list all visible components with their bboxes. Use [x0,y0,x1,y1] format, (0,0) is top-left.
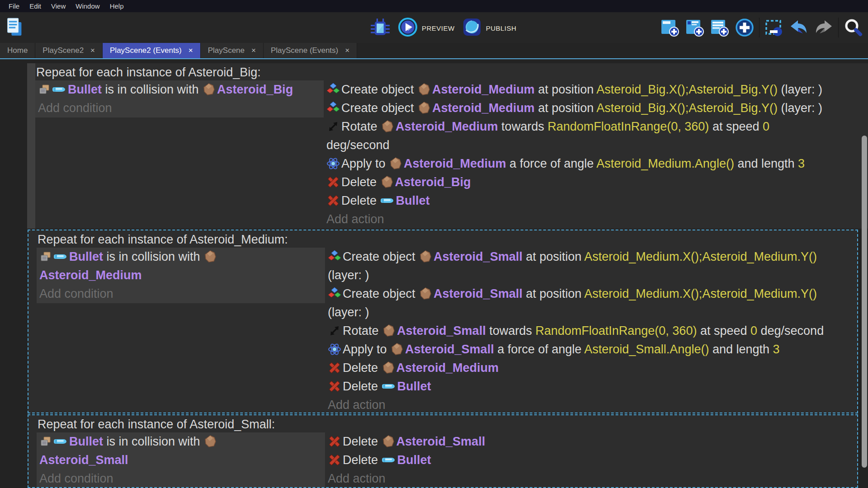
object-name: Asteroid_Medium [396,120,498,133]
bullet-object-icon [53,250,69,263]
condition-row[interactable]: Bullet is in collision with Asteroid_Big [35,80,324,99]
event-block[interactable]: Repeat for each instance of Asteroid_Sma… [28,414,858,488]
action-row[interactable]: Delete Bullet [324,192,868,210]
add-comment-icon[interactable] [709,17,730,38]
menu-view[interactable]: View [46,2,71,10]
tab-playscene2[interactable]: PlayScene2× [35,43,103,58]
event-header[interactable]: Repeat for each instance of Asteroid_Big… [35,63,868,80]
event-body: Bullet is in collision with Asteroid_Big… [35,80,868,229]
action-row[interactable]: Delete Asteroid_Small [325,432,857,451]
actions-column: Create object Asteroid_Medium at positio… [324,80,868,229]
expression-text: 0 [763,120,769,133]
add-condition-button[interactable]: Add condition [37,469,325,487]
action-text: (layer: ) [328,305,369,319]
action-row[interactable]: Apply to Asteroid_Small a force of angle… [325,340,857,359]
action-text: deg/second [326,138,390,152]
asteroid-object-icon [381,120,396,133]
tab-close-icon[interactable]: × [189,46,193,55]
asteroid-object-icon [382,361,396,375]
action-text: Apply to [341,157,389,170]
add-condition-button[interactable]: Add condition [35,99,324,117]
action-text: towards [498,120,548,133]
event-block[interactable]: Repeat for each instance of Asteroid_Big… [27,63,868,229]
action-row[interactable]: Create object Asteroid_Small at position… [325,285,857,322]
add-circle-icon[interactable] [734,17,755,38]
tab-label: PlayScene (Events) [271,46,338,55]
event-drag-handle[interactable] [28,415,37,487]
events-panel: Repeat for each instance of Asteroid_Big… [0,59,868,488]
bullet-object-icon [380,194,396,207]
action-text: Delete [343,435,382,448]
redo-icon[interactable] [813,17,834,38]
menu-window[interactable]: Window [71,2,104,10]
publish-button[interactable]: PUBLISH [462,17,517,39]
object-name: Bullet [397,380,431,393]
menu-help[interactable]: Help [105,2,129,10]
actions-column: Create object Asteroid_Small at position… [325,248,857,413]
asteroid-object-icon [419,250,434,263]
scrollbar-thumb[interactable] [862,136,867,468]
tab-close-icon[interactable]: × [345,46,349,55]
event-body: Bullet is in collision with Asteroid_Sma… [37,432,857,487]
bullet-object-icon [382,380,397,393]
tab-close-icon[interactable]: × [251,46,256,55]
debug-icon[interactable] [370,18,391,38]
add-action-button[interactable]: Add action [325,469,857,487]
menu-file[interactable]: File [4,2,24,10]
action-row[interactable]: Delete Bullet [325,377,857,396]
delete-icon [328,453,343,467]
delete-icon [328,435,343,448]
search-icon[interactable] [843,17,863,38]
expression-text: 3 [773,343,780,356]
condition-row[interactable]: Bullet is in collision with Asteroid_Sma… [37,432,325,469]
add-condition-button[interactable]: Add condition [37,285,325,303]
preview-button[interactable]: PREVIEW [398,17,455,39]
action-text: at speed [697,324,750,338]
toolbar-separator [759,18,760,38]
tab-home[interactable]: Home [0,43,35,58]
create-object-icon [328,287,343,300]
action-row[interactable]: Create object Asteroid_Medium at positio… [324,99,868,117]
event-block[interactable]: Repeat for each instance of Asteroid_Med… [28,230,858,413]
event-header[interactable]: Repeat for each instance of Asteroid_Med… [37,230,857,248]
tab-close-icon[interactable]: × [90,46,95,55]
action-text: at position [523,250,585,263]
asteroid-object-icon [417,101,432,115]
preview-label: PREVIEW [422,24,455,32]
remove-selection-icon[interactable] [764,17,784,38]
expression-text: Asteroid_Medium.X();Asteroid_Medium.Y() [584,250,817,263]
tab-playscene[interactable]: PlayScene× [201,43,264,58]
action-row[interactable]: Delete Asteroid_Medium [325,359,857,377]
object-name: Bullet [68,83,102,96]
asteroid-object-icon [203,435,218,448]
force-icon [328,343,343,356]
action-row[interactable]: Delete Asteroid_Big [324,173,868,192]
action-row[interactable]: Create object Asteroid_Small at position… [325,248,857,285]
preview-play-icon [398,17,418,39]
condition-row[interactable]: Bullet is in collision with Asteroid_Med… [37,248,325,285]
publish-label: PUBLISH [486,24,517,32]
event-drag-handle[interactable] [27,63,35,229]
tab-playscene-events[interactable]: PlayScene (Events)× [264,43,357,58]
action-row[interactable]: Create object Asteroid_Medium at positio… [324,80,868,99]
action-row[interactable]: Apply to Asteroid_Medium a force of angl… [324,155,868,173]
asteroid-object-icon [202,83,217,96]
project-manager-icon[interactable] [5,17,24,39]
add-subevent-icon[interactable] [684,17,705,38]
object-name: Bullet [69,250,103,263]
add-event-icon[interactable] [660,17,680,38]
menu-edit[interactable]: Edit [24,2,46,10]
publish-icon [462,17,482,39]
delete-icon [328,380,343,393]
action-row[interactable]: Rotate Asteroid_Medium towards RandomFlo… [324,117,868,155]
undo-icon[interactable] [788,17,809,38]
tab-playscene2-events[interactable]: PlayScene2 (Events)× [103,43,201,58]
asteroid-object-icon [417,83,432,96]
action-row[interactable]: Delete Bullet [325,451,857,469]
event-header[interactable]: Repeat for each instance of Asteroid_Sma… [37,415,857,432]
action-row[interactable]: Rotate Asteroid_Small towards RandomFloa… [325,322,857,340]
event-drag-handle[interactable] [28,230,37,413]
add-action-button[interactable]: Add action [325,396,857,413]
add-action-button[interactable]: Add action [324,210,868,229]
action-text: deg/second [757,324,824,338]
